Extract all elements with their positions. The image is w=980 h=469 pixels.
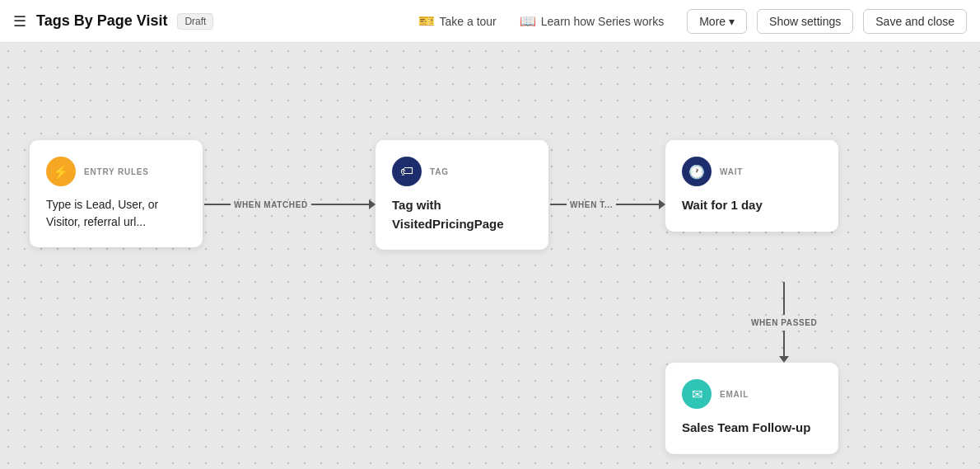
wait-icon-circle: 🕐 (682, 157, 712, 186)
connector-entry-tag: WHEN MATCHED (204, 199, 376, 209)
tag-body: Tag with VisitedPricingPage (392, 196, 532, 233)
entry-rules-card[interactable]: ⚡ ENTRY RULES Type is Lead, User, or Vis… (30, 140, 203, 247)
chevron-down-icon: ▾ (729, 15, 735, 28)
learn-link[interactable]: 📖 Learn how Series works (520, 13, 664, 29)
tag-header: 🏷 TAG (392, 157, 532, 186)
more-button[interactable]: More ▾ (687, 9, 747, 34)
email-icon: ✉ (692, 387, 702, 402)
wait-type: WAIT (720, 167, 743, 176)
clock-icon: 🕐 (688, 164, 705, 180)
learn-label: Learn how Series works (541, 15, 664, 28)
wait-header: 🕐 WAIT (682, 157, 822, 186)
page-title: Tags By Page Visit (36, 12, 167, 30)
save-close-button[interactable]: Save and close (863, 9, 967, 34)
draft-badge: Draft (177, 13, 213, 30)
when-matched-label: WHEN MATCHED (234, 200, 308, 209)
more-label: More (699, 15, 726, 28)
take-tour-link[interactable]: 🎫 Take a tour (418, 13, 497, 29)
menu-icon[interactable]: ☰ (13, 12, 26, 30)
tag-type: TAG (430, 167, 449, 176)
take-tour-label: Take a tour (440, 15, 497, 28)
bolt-icon: ⚡ (53, 164, 69, 180)
wait-card[interactable]: 🕐 WAIT Wait for 1 day (665, 140, 838, 232)
entry-rules-icon: ⚡ (46, 157, 76, 186)
canvas[interactable]: ⚡ ENTRY RULES Type is Lead, User, or Vis… (0, 43, 980, 469)
show-settings-label: Show settings (769, 15, 841, 28)
tour-icon: 🎫 (418, 13, 435, 29)
tag-icon: 🏷 (400, 164, 413, 179)
when-t-label: WHEN T... (570, 200, 613, 209)
header: ☰ Tags By Page Visit Draft 🎫 Take a tour… (0, 0, 980, 43)
tag-card[interactable]: 🏷 TAG Tag with VisitedPricingPage (376, 140, 548, 250)
when-passed-label: WHEN PASSED (751, 318, 817, 327)
email-body: Sales Team Follow-up (682, 419, 822, 438)
connector-wait-email: WHEN PASSED (751, 282, 817, 363)
book-icon: 📖 (520, 13, 536, 29)
entry-rules-body: Type is Lead, User, or Visitor, referral… (46, 196, 186, 231)
show-settings-button[interactable]: Show settings (757, 9, 853, 34)
email-type: EMAIL (720, 390, 749, 399)
email-header: ✉ EMAIL (682, 379, 822, 409)
tag-icon-circle: 🏷 (392, 157, 422, 186)
connector-tag-wait: WHEN T... (550, 199, 665, 209)
email-icon-circle: ✉ (682, 379, 712, 409)
save-close-label: Save and close (875, 15, 954, 28)
wait-body: Wait for 1 day (682, 196, 822, 215)
email-card[interactable]: ✉ EMAIL Sales Team Follow-up (665, 363, 838, 454)
entry-rules-type: ENTRY RULES (84, 167, 149, 176)
entry-rules-header: ⚡ ENTRY RULES (46, 157, 186, 186)
